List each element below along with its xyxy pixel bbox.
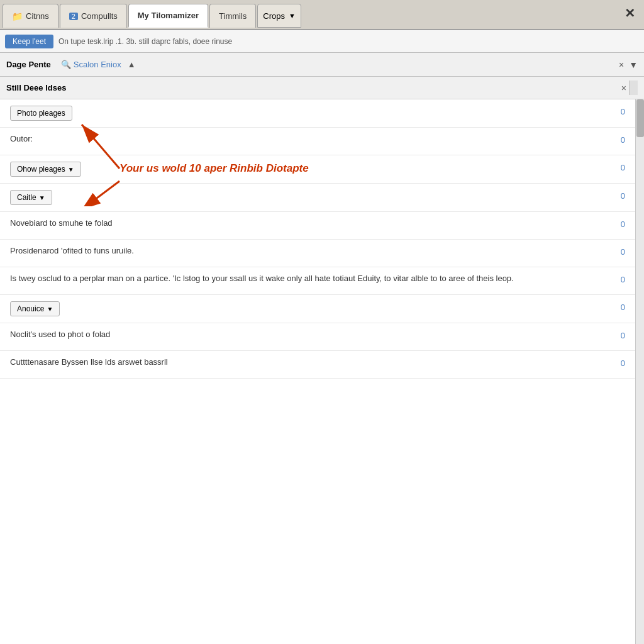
anouice-label: Anouice [17,304,44,313]
panel-sort-arrow[interactable]: ▲ [128,60,136,69]
window-close-button[interactable]: ✕ [621,6,639,21]
row-anouice-count: 0 [613,301,625,312]
prosidenarod-label: Prosidenarod 'ofited to funs uruile. [10,246,134,255]
rows-container: Photo pleages 0 Outor: 0 Oho [0,99,635,379]
tab-bar: 📁 Citnns 2 Compullts My Tilomamizer Timm… [0,0,644,30]
list-item: Cuttttenasare Byssen llse lds arswet bas… [0,351,635,379]
tab-my-tilomamizer-label: My Tilomamizer [138,11,199,20]
ohow-pleages-button[interactable]: Ohow pleages ▼ [10,162,81,177]
section-header: Still Deee Idses × [0,77,644,99]
row-photo-pleages-content: Photo pleages [10,106,613,121]
caitle-chevron: ▼ [39,194,45,201]
row-novebiard-content: Novebiard to smuhe te folad [10,218,613,228]
ohow-pleages-label: Ohow pleages [17,165,65,174]
panel-header: Dage Pente 🔍 Scalon Eniox ▲ × ▼ [0,53,644,77]
number-icon: 2 [69,13,78,20]
search-label: Scalon Eniox [74,60,121,69]
panel-title: Dage Pente [6,60,51,69]
list-item: Caitle ▼ 0 [0,184,635,212]
row-photo-pleages-count: 0 [613,106,625,116]
panel-close-button[interactable]: × [619,60,624,70]
panel-chevron[interactable]: ▼ [629,60,638,70]
noclit-label: Noclit's used to phot o folad [10,330,110,339]
row-noclit-count: 0 [613,330,625,340]
photo-pleages-button[interactable]: Photo pleages [10,106,72,121]
content-list: Photo pleages 0 Outor: 0 Oho [0,99,635,644]
row-cuttttenasare-count: 0 [613,357,625,368]
row-noclit-content: Noclit's used to phot o folad [10,330,613,339]
anouice-chevron: ▼ [47,306,53,313]
anouice-button[interactable]: Anouice ▼ [10,301,60,316]
tab-timmils-label: Timmils [219,11,247,21]
row-outor-count: 0 [613,134,625,145]
outor-label: Outor: [10,134,33,143]
list-item: Anouice ▼ 0 [0,295,635,323]
section-close-button[interactable]: × [621,83,626,93]
search-button[interactable]: 🔍 Scalon Eniox [61,60,121,69]
list-item: Ohow pleages ▼ 0 [0,155,635,184]
row-ohow-count: 0 [613,162,625,172]
scrollbar[interactable] [635,99,644,644]
address-text: On tupe tesk.lrip .1. 3b. still daprc fa… [58,37,639,46]
row-caitle-count: 0 [613,190,625,201]
row-caitle-content: Caitle ▼ [10,190,613,205]
row-outor-content: Outor: [10,134,613,143]
main-content: Photo pleages 0 Outor: 0 Oho [0,99,644,644]
list-item: Novebiard to smuhe te folad 0 [0,212,635,240]
tab-citnns-label: Citnns [26,11,49,21]
search-icon: 🔍 [61,60,71,69]
photo-pleages-label: Photo pleages [17,109,65,118]
istwey-label: Is twey osclud to a perplar man on a par… [10,274,514,283]
list-item: Outor: 0 [0,128,635,155]
section-title: Still Deee Idses [6,83,66,92]
list-item: Photo pleages 0 [0,99,635,128]
folder-icon: 📁 [12,11,23,21]
ohow-pleages-chevron: ▼ [68,166,74,173]
list-item: Prosidenarod 'ofited to funs uruile. 0 [0,240,635,267]
list-item: Is twey osclud to a perplar man on a par… [0,267,635,295]
tab-my-tilomamizer[interactable]: My Tilomamizer [128,4,208,28]
row-anouice-content: Anouice ▼ [10,301,613,316]
address-bar: Keep l'eet On tupe tesk.lrip .1. 3b. sti… [0,30,644,53]
keep-feet-button[interactable]: Keep l'eet [5,35,53,48]
tab-crops[interactable]: Crops ▼ [257,4,301,28]
caitle-label: Caitle [17,193,36,202]
row-cuttttenasare-content: Cuttttenasare Byssen llse lds arswet bas… [10,357,613,367]
crops-dropdown-arrow[interactable]: ▼ [289,12,296,19]
cuttttenasare-label: Cuttttenasare Byssen llse lds arswet bas… [10,357,168,367]
list-item: Noclit's used to phot o folad 0 [0,323,635,351]
tab-citnns[interactable]: 📁 Citnns [3,4,58,28]
tab-compullts-label: Compullts [81,11,118,21]
row-novebiard-count: 0 [613,218,625,229]
tab-compullts[interactable]: 2 Compullts [60,4,127,28]
caitle-button[interactable]: Caitle ▼ [10,190,52,205]
novebiard-label: Novebiard to smuhe te folad [10,218,113,228]
row-istwey-content: Is twey osclud to a perplar man on a par… [10,274,613,283]
scrollbar-thumb[interactable] [636,99,644,137]
row-prosidenarod-count: 0 [613,246,625,257]
row-prosidenarod-content: Prosidenarod 'ofited to funs uruile. [10,246,613,255]
row-ohow-content: Ohow pleages ▼ [10,162,613,177]
row-istwey-count: 0 [613,274,625,284]
tab-timmils[interactable]: Timmils [209,4,256,28]
tab-crops-label: Crops [263,11,285,21]
